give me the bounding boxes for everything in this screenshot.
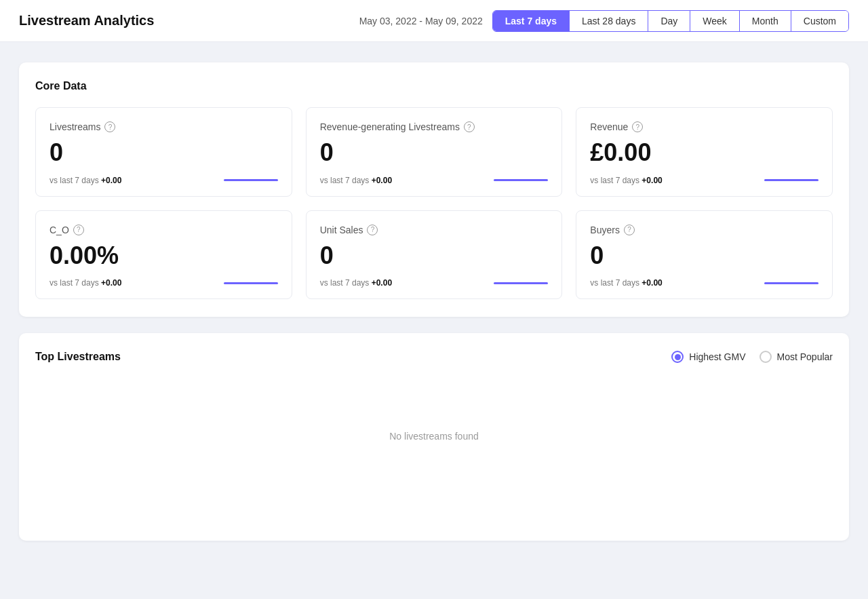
time-filter-day[interactable]: Day <box>648 11 690 31</box>
metric-delta: +0.00 <box>372 176 392 185</box>
metric-delta: +0.00 <box>642 176 662 185</box>
metric-header: Unit Sales ? <box>320 225 549 235</box>
top-livestreams-header: Top Livestreams Highest GMVMost Popular <box>35 351 833 363</box>
metric-card-c_o: C_O ? 0.00% vs last 7 days +0.00 <box>35 210 292 300</box>
metric-header: Buyers ? <box>590 225 818 235</box>
metric-label: C_O <box>50 225 69 235</box>
metric-vs-label: vs last 7 days +0.00 <box>320 176 392 185</box>
metric-sparkline <box>224 282 278 284</box>
metric-sparkline <box>764 179 818 181</box>
date-range: May 03, 2022 - May 09, 2022 <box>359 16 483 26</box>
sort-radio-group: Highest GMVMost Popular <box>671 351 833 363</box>
main-content: Core Data Livestreams ? 0 vs last 7 days… <box>0 42 868 577</box>
radio-circle-highest-gmv <box>671 351 684 363</box>
metric-label: Livestreams <box>50 121 100 132</box>
metric-value: 0 <box>50 139 278 166</box>
radio-option-most-popular[interactable]: Most Popular <box>760 351 833 363</box>
metric-label: Unit Sales <box>320 225 363 235</box>
metric-delta: +0.00 <box>642 278 662 288</box>
time-filter-last28[interactable]: Last 28 days <box>570 11 648 31</box>
metric-value: 0 <box>590 242 818 269</box>
metric-vs-label: vs last 7 days +0.00 <box>320 278 392 288</box>
time-filter-group: Last 7 daysLast 28 daysDayWeekMonthCusto… <box>492 10 849 32</box>
metric-value: 0 <box>320 242 549 269</box>
help-icon: ? <box>104 121 115 132</box>
help-icon: ? <box>464 121 475 132</box>
help-icon: ? <box>367 225 378 235</box>
metric-header: Revenue ? <box>590 121 818 132</box>
metric-delta: +0.00 <box>101 278 121 288</box>
metric-footer: vs last 7 days +0.00 <box>320 176 549 185</box>
metric-sparkline <box>764 282 818 284</box>
metric-label: Revenue <box>590 121 628 132</box>
metric-vs-label: vs last 7 days +0.00 <box>50 176 121 185</box>
metric-card-unit-sales: Unit Sales ? 0 vs last 7 days +0.00 <box>306 210 563 300</box>
metric-value: £0.00 <box>590 139 818 166</box>
help-icon: ? <box>624 225 635 235</box>
radio-label-most-popular: Most Popular <box>777 351 833 362</box>
help-icon: ? <box>73 225 84 235</box>
metric-vs-label: vs last 7 days +0.00 <box>590 176 662 185</box>
metrics-grid: Livestreams ? 0 vs last 7 days +0.00 Rev… <box>35 107 833 299</box>
help-icon: ? <box>632 121 643 132</box>
time-filter-custom[interactable]: Custom <box>791 11 848 31</box>
metric-card-revenue: Revenue ? £0.00 vs last 7 days +0.00 <box>576 107 833 197</box>
no-data-message: No livestreams found <box>35 376 833 523</box>
metric-label: Revenue-generating Livestreams <box>320 121 460 132</box>
metric-footer: vs last 7 days +0.00 <box>320 278 549 288</box>
metric-label: Buyers <box>590 225 620 235</box>
metric-footer: vs last 7 days +0.00 <box>590 176 818 185</box>
metric-vs-label: vs last 7 days +0.00 <box>590 278 662 288</box>
metric-header: C_O ? <box>50 225 278 235</box>
top-livestreams-section: Top Livestreams Highest GMVMost Popular … <box>19 333 849 541</box>
metric-footer: vs last 7 days +0.00 <box>50 278 278 288</box>
metric-footer: vs last 7 days +0.00 <box>50 176 278 185</box>
metric-header: Revenue-generating Livestreams ? <box>320 121 549 132</box>
core-data-title: Core Data <box>35 80 833 92</box>
time-filter-month[interactable]: Month <box>740 11 791 31</box>
time-filter-week[interactable]: Week <box>690 11 740 31</box>
metric-delta: +0.00 <box>101 176 121 185</box>
metric-card-revenue-generating: Revenue-generating Livestreams ? 0 vs la… <box>306 107 563 197</box>
metric-sparkline <box>494 179 548 181</box>
header-right: May 03, 2022 - May 09, 2022 Last 7 daysL… <box>359 10 849 32</box>
metric-card-buyers: Buyers ? 0 vs last 7 days +0.00 <box>576 210 833 300</box>
core-data-section: Core Data Livestreams ? 0 vs last 7 days… <box>19 62 849 317</box>
metric-vs-label: vs last 7 days +0.00 <box>50 278 121 288</box>
metric-card-livestreams: Livestreams ? 0 vs last 7 days +0.00 <box>35 107 292 197</box>
metric-sparkline <box>224 179 278 181</box>
metric-delta: +0.00 <box>372 278 392 288</box>
radio-label-highest-gmv: Highest GMV <box>689 351 745 362</box>
metric-footer: vs last 7 days +0.00 <box>590 278 818 288</box>
radio-option-highest-gmv[interactable]: Highest GMV <box>671 351 745 363</box>
metric-header: Livestreams ? <box>50 121 278 132</box>
top-livestreams-title: Top Livestreams <box>35 351 121 363</box>
metric-value: 0.00% <box>50 242 278 269</box>
page-title: Livestream Analytics <box>19 13 154 28</box>
radio-circle-most-popular <box>760 351 772 363</box>
header: Livestream Analytics May 03, 2022 - May … <box>0 0 868 42</box>
metric-sparkline <box>494 282 548 284</box>
metric-value: 0 <box>320 139 549 166</box>
time-filter-last7[interactable]: Last 7 days <box>493 11 570 31</box>
